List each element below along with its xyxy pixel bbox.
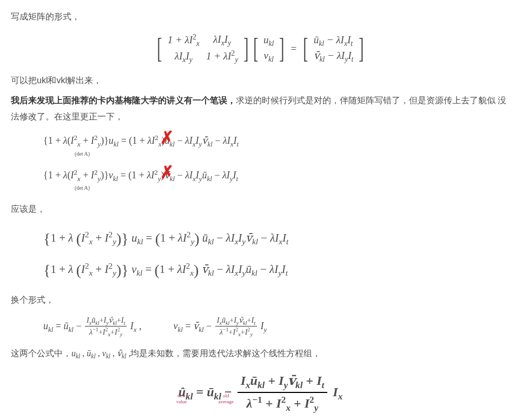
solve-text: 可以把ukl和vkl解出来， [11, 72, 510, 89]
compact-equations: ukl = ūkl − Ixūkl+Iyv̄kl+It λ−1+I2x+I2y … [11, 316, 510, 338]
strike-icon: ✗ [160, 129, 174, 147]
corrected-derivation: {1 + λ (I2x + I2y)} ukl = (1 + λI2y) ūkl… [11, 223, 510, 287]
new-value-label: new value [176, 393, 187, 404]
intro-text: 写成矩阵的形式， [11, 9, 510, 25]
rewrite-text: 换个形式， [11, 292, 510, 308]
det-a-label: (det A) [43, 184, 510, 191]
strike-icon: ✗ [160, 163, 174, 181]
old-average-label: old average [219, 393, 234, 404]
det-a-label: (det A) [43, 150, 510, 157]
final-iteration-equation: ûkl = ūkl − Ixūkl + Iyv̄kl + It λ−1 + I2… [11, 374, 510, 420]
wrong-derivation: {1 + λ(I2x + I2y)}ukl = (1 + λI2x)ūkl − … [11, 134, 510, 192]
erratum-text: 我后来发现上面推荐的卡内基梅隆大学的讲义有一个笔误，求逆的时候行列式是对的，伴随… [11, 92, 510, 125]
matrix-equation: [ 1 + λI2x λIxIy λIxIy 1 + λI2y ] [ ukl … [11, 32, 510, 65]
iteration-text: 这两个公式中，ukl , ūkl , vkl , v̄kl ,均是未知数，需要用… [11, 345, 510, 363]
should-be-text: 应该是， [11, 201, 510, 217]
